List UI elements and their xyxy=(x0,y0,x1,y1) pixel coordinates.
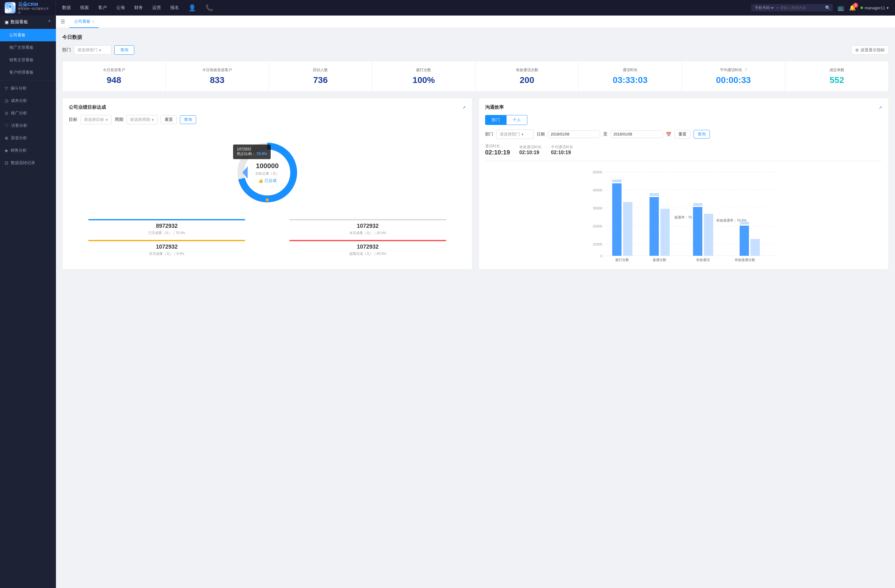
goal-filters: 目标 请选择目标 ▾ 周期 请选择周期 ▾ 重置 查询 xyxy=(69,115,466,124)
stat-value-3: 100% xyxy=(377,75,470,85)
goal-stat-label-1: 未完成量（元）｜20.9% xyxy=(270,230,466,235)
bar-dial-main xyxy=(612,183,622,256)
svg-text:20000: 20000 xyxy=(593,224,602,228)
logo-text: 云朵CRM 教育机构一站式服务云平台 xyxy=(18,1,51,15)
goal-expand-icon[interactable]: ↗ xyxy=(462,105,466,110)
period-select-text: 请选择周期 xyxy=(130,117,150,123)
comm-panel-title: 沟通效率 xyxy=(485,105,504,110)
sidebar-item-sales-analysis[interactable]: ◈ 销售分析 xyxy=(0,144,56,157)
sales-label: 销售分析 xyxy=(11,148,27,153)
notification-bell-icon[interactable]: 🔔 5 xyxy=(849,5,856,11)
goal-bar-1 xyxy=(289,219,446,220)
page-content: 今日数据 部门 请选择部门 ▾ 查询 ⚙ 设置显示指标 xyxy=(56,28,895,276)
data-flow-icon: ⊡ xyxy=(5,161,8,165)
stat-label-0: 今日首咨客户 xyxy=(67,67,161,73)
stat-value-2: 736 xyxy=(274,75,367,85)
settings-button[interactable]: ⚙ 设置显示指标 xyxy=(851,45,889,55)
nav-leads[interactable]: 线索 xyxy=(80,3,89,12)
donut-area: 1072932 所占比例： 70.9% xyxy=(69,129,466,216)
username: manager11 xyxy=(865,6,885,10)
goal-query-button[interactable]: 查询 xyxy=(180,115,196,124)
sidebar-item-funnel[interactable]: ▽ 漏斗分析 xyxy=(0,82,56,94)
cost-icon: ◷ xyxy=(5,98,8,103)
nav-registration[interactable]: 报名 xyxy=(170,3,179,12)
nav-items: 数据 线索 客户 公海 财务 运营 报名 👤 📞 xyxy=(56,3,751,12)
comm-dept-arrow-icon: ▾ xyxy=(522,132,523,137)
svg-text:有效接通次数: 有效接通次数 xyxy=(735,258,755,262)
search-type-select[interactable]: 手机号码 xyxy=(754,5,775,10)
svg-text:接通次数: 接通次数 xyxy=(652,258,666,262)
tab-company-board[interactable]: 公司看板 × xyxy=(70,15,99,28)
tab-bar: ☰ 公司看板 × xyxy=(56,15,895,28)
filter-left: 部门 请选择部门 ▾ 查询 xyxy=(62,45,134,55)
user-dropdown-arrow[interactable]: ▾ xyxy=(887,6,889,10)
sidebar-item-promo-board[interactable]: 推广主管看板 xyxy=(0,41,56,54)
comm-dept-select[interactable]: 请选择部门 ▾ xyxy=(496,130,534,139)
svg-text:0: 0 xyxy=(601,254,602,258)
stat-label-3: 拨打次数 xyxy=(377,67,470,73)
svg-text:35000: 35000 xyxy=(649,193,659,196)
goal-filter-label: 目标 xyxy=(69,117,77,123)
comm-tab-personal[interactable]: 个人 xyxy=(506,115,527,125)
comm-tab-dept[interactable]: 部门 xyxy=(485,115,506,125)
period-filter-label: 周期 xyxy=(115,117,123,123)
period-select[interactable]: 请选择周期 ▾ xyxy=(126,115,158,124)
comm-dept-label: 部门 xyxy=(485,132,493,137)
comm-dept-select-text: 请选择部门 xyxy=(500,132,520,137)
time-stat-1: 有效通话时长 02:10:19 xyxy=(519,144,542,155)
time-stat-value-1: 02:10:19 xyxy=(519,150,542,155)
svg-text:43000: 43000 xyxy=(612,179,622,183)
bottom-panels: 公司业绩目标达成 ↗ 目标 请选择目标 ▾ 周期 请选择周期 ▾ xyxy=(62,98,889,270)
nav-operations[interactable]: 运营 xyxy=(152,3,161,12)
sidebar-item-promo-analysis[interactable]: ⊙ 推广分析 xyxy=(0,107,56,119)
tablet-icon[interactable]: 📺 xyxy=(837,5,844,11)
sidebar-item-data-flow[interactable]: ⊡ 数据流转记录 xyxy=(0,157,56,169)
calendar-icon[interactable]: 📅 xyxy=(666,132,671,137)
stat-label-7: 成交单数 xyxy=(790,67,884,73)
sidebar-item-company-board[interactable]: 公司看板 xyxy=(0,29,56,41)
nav-customers[interactable]: 客户 xyxy=(98,3,107,12)
nav-finance[interactable]: 财务 xyxy=(134,3,143,12)
dept-select[interactable]: 请选择部门 ▾ xyxy=(74,45,111,55)
goal-select[interactable]: 请选择目标 ▾ xyxy=(80,115,112,124)
nav-sea[interactable]: 公海 xyxy=(116,3,125,12)
tab-close-icon[interactable]: × xyxy=(92,20,94,23)
today-data-section: 今日数据 部门 请选择部门 ▾ 查询 ⚙ 设置显示指标 xyxy=(62,34,889,92)
goal-stat-label-3: 超额完成（元）｜89.9% xyxy=(270,252,466,256)
phone-icon[interactable]: 📞 xyxy=(205,4,213,12)
comm-expand-icon[interactable]: ↗ xyxy=(878,105,882,110)
sidebar-item-visitor[interactable]: ♡ 访客分析 xyxy=(0,119,56,132)
promo-label: 推广分析 xyxy=(11,110,27,116)
goal-panel-title: 公司业绩目标达成 xyxy=(69,105,106,110)
search-input[interactable] xyxy=(780,6,824,10)
bar-effective-light xyxy=(704,214,713,256)
sidebar-item-cost[interactable]: ◷ 成本分析 xyxy=(0,94,56,107)
search-button[interactable]: 🔍 xyxy=(825,5,830,10)
date-to-input[interactable] xyxy=(611,130,663,138)
sidebar-collapse-icon[interactable]: ⌃ xyxy=(47,20,51,24)
date-from-input[interactable] xyxy=(548,130,600,138)
main-layout: ▣ 数据看板 ⌃ 公司看板 推广主管看板 销售主管看板 客户经理看板 ▽ 漏斗分… xyxy=(0,15,895,588)
hamburger-menu-icon[interactable]: ☰ xyxy=(61,19,65,24)
time-stats: 通话时长 02:10:19 有效通话时长 02:10:19 平均通话时长 02:… xyxy=(485,144,882,161)
main-content: ☰ 公司看板 × 今日数据 部门 请选择部门 ▾ xyxy=(56,15,895,588)
sidebar-item-sales-board[interactable]: 销售主管看板 xyxy=(0,54,56,66)
sidebar-section-header[interactable]: ▣ 数据看板 ⌃ xyxy=(0,15,56,29)
stat-label-1: 今日有效首咨客户 xyxy=(170,67,264,73)
comm-query-button[interactable]: 查询 xyxy=(693,130,710,139)
today-query-button[interactable]: 查询 xyxy=(114,45,134,55)
today-section-title: 今日数据 xyxy=(62,34,889,41)
goal-reset-button[interactable]: 重置 xyxy=(161,115,177,124)
goal-bar-2 xyxy=(88,240,245,241)
comm-reset-button[interactable]: 重置 xyxy=(674,130,690,139)
person-icon[interactable]: 👤 xyxy=(188,4,196,12)
goal-panel: 公司业绩目标达成 ↗ 目标 请选择目标 ▾ 周期 请选择周期 ▾ xyxy=(62,98,472,270)
bar-effective-connect-light xyxy=(751,239,760,256)
nav-data[interactable]: 数据 xyxy=(62,3,71,12)
goal-stat-label-0: 已完成量（元）｜70.9% xyxy=(69,230,265,235)
time-stat-label-0: 通话时长 xyxy=(485,144,510,149)
sidebar-item-manager-board[interactable]: 客户经理看板 xyxy=(0,66,56,79)
user-info[interactable]: manager11 ▾ xyxy=(860,6,889,10)
svg-rect-2 xyxy=(9,9,12,12)
sidebar-item-channel[interactable]: ⊗ 渠道分析 xyxy=(0,132,56,144)
